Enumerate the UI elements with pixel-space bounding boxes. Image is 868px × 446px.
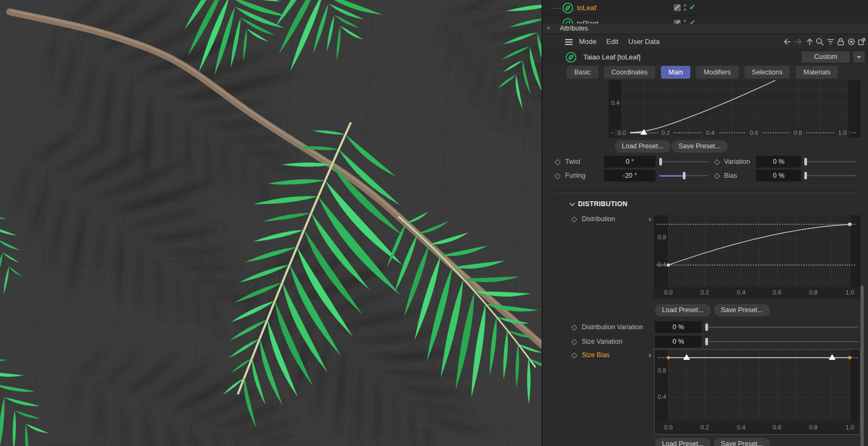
visibility-dots-icon[interactable] — [684, 20, 686, 24]
external-window-icon[interactable] — [857, 37, 866, 46]
tree-connector — [551, 8, 561, 9]
key-diamond-icon[interactable] — [554, 159, 560, 165]
attributes-titlebar: × Attributes — [543, 24, 868, 34]
param-row: Furling -20 ° Bias 0 % — [543, 170, 868, 182]
size-bias-curve-editor[interactable]: 0.8 0.4 0.0 0.2 0.4 0.6 0.8 1.0 — [654, 349, 861, 435]
param-label: Size Bias — [582, 349, 610, 361]
menu-edit[interactable]: Edit — [606, 37, 618, 46]
up-arrow-icon[interactable] — [805, 37, 814, 46]
enabled-checkmark-icon[interactable]: ✓ — [689, 18, 696, 24]
distribution-variation-slider[interactable] — [704, 321, 858, 333]
distribution-section-header[interactable]: DISTRIBUTION — [543, 199, 868, 210]
distribution-curve-editor[interactable]: 0.8 0.4 0.0 0.2 0.4 0.6 0.8 1.0 — [654, 215, 861, 299]
object-name[interactable]: toLeaf — [577, 4, 596, 12]
falloff-curve-editor[interactable]: 0.4 0.0 0.2 0.4 0.6 0.8 1.0 — [608, 80, 861, 138]
variation-value-field[interactable]: 0 % — [756, 156, 801, 168]
save-preset-button[interactable]: Save Preset... — [714, 304, 770, 316]
curve-point[interactable] — [848, 356, 851, 359]
menu-mode[interactable]: Mode — [579, 37, 597, 46]
lock-icon[interactable] — [836, 37, 845, 46]
tab-selections[interactable]: Selections — [744, 66, 790, 79]
palm-scene — [0, 0, 543, 446]
param-label: Distribution — [582, 213, 615, 225]
x-tick: 0.4 — [733, 424, 749, 430]
param-label: Twist — [565, 156, 580, 168]
curve-point[interactable] — [667, 263, 670, 267]
section-divider — [553, 191, 857, 193]
attribute-tabs: Basic Coordinates Main Modifiers Selecti… — [567, 66, 838, 79]
x-tick: 1.0 — [842, 424, 858, 430]
furling-value-field[interactable]: -20 ° — [604, 170, 656, 182]
distribution-variation-value-field[interactable]: 0 % — [655, 321, 702, 333]
y-tick: 0.4 — [654, 394, 666, 400]
panel-scrollbar[interactable] — [861, 285, 864, 446]
search-icon[interactable] — [816, 37, 824, 46]
tab-basic[interactable]: Basic — [567, 66, 598, 79]
variation-slider[interactable] — [804, 156, 856, 168]
key-diamond-icon[interactable] — [571, 216, 577, 222]
bias-slider[interactable] — [804, 170, 856, 182]
param-row: Twist 0 ° Variation 0 % — [543, 156, 868, 168]
size-variation-value-field[interactable]: 0 % — [655, 336, 702, 347]
save-preset-button[interactable]: Save Preset... — [672, 140, 728, 153]
tab-coordinates[interactable]: Coordinates — [604, 66, 655, 79]
load-preset-button[interactable]: Load Preset... — [655, 304, 711, 316]
object-manager: toLeaf ✓ toPlant ✓ — [543, 0, 868, 24]
object-row-toleaf[interactable]: toLeaf ✓ — [543, 1, 868, 16]
curve-point[interactable] — [667, 356, 670, 359]
object-name[interactable]: toPlant — [577, 19, 598, 24]
x-tick: 0.8 — [805, 289, 821, 296]
viewport-3d[interactable] — [0, 0, 543, 446]
back-arrow-icon[interactable] — [783, 37, 791, 46]
target-icon[interactable] — [847, 37, 856, 46]
furling-slider[interactable] — [659, 170, 709, 182]
key-diamond-icon[interactable] — [554, 173, 560, 179]
key-diamond-icon[interactable] — [571, 352, 577, 358]
load-preset-button[interactable]: Load Preset... — [615, 140, 671, 153]
x-tick: 0.6 — [746, 130, 762, 136]
enabled-checkmark-icon[interactable]: ✓ — [689, 3, 696, 11]
twist-slider[interactable] — [659, 156, 709, 168]
preset-dropdown[interactable]: Custom — [802, 51, 850, 63]
x-tick: 0.6 — [769, 424, 785, 430]
x-tick: 1.0 — [842, 289, 858, 296]
layer-toggle-icon[interactable] — [674, 20, 681, 24]
twist-value-field[interactable]: 0 ° — [604, 156, 656, 168]
close-icon[interactable]: × — [546, 24, 551, 32]
x-tick: 0.4 — [702, 130, 718, 136]
filter-icon[interactable] — [826, 37, 835, 46]
app-root: { "object_manager": { "rows": [ { "label… — [0, 0, 868, 446]
y-tick: 0.4 — [654, 261, 666, 268]
key-diamond-icon[interactable] — [714, 159, 720, 165]
menu-user-data[interactable]: User Data — [628, 37, 660, 46]
leaf-object-icon — [562, 2, 574, 14]
curve-tangent-handle[interactable] — [829, 354, 836, 360]
expand-arrow-icon[interactable]: › — [649, 351, 651, 359]
preset-dropdown-arrow[interactable] — [853, 51, 865, 63]
visibility-dots-icon[interactable] — [684, 4, 686, 12]
object-title: Taiao Leaf [toLeaf] — [583, 53, 641, 61]
layer-toggle-icon[interactable] — [674, 4, 681, 11]
key-diamond-icon[interactable] — [571, 324, 577, 330]
size-variation-slider[interactable] — [704, 336, 858, 347]
forward-arrow-icon[interactable] — [794, 37, 803, 46]
bias-value-field[interactable]: 0 % — [756, 170, 801, 182]
param-row: Distribution Variation 0 % — [543, 321, 868, 333]
key-diamond-icon[interactable] — [571, 339, 577, 345]
key-diamond-icon[interactable] — [714, 173, 720, 179]
curve-point[interactable] — [848, 223, 851, 226]
tab-main[interactable]: Main — [661, 66, 690, 79]
load-preset-button[interactable]: Load Preset... — [655, 438, 711, 446]
save-preset-button[interactable]: Save Preset... — [714, 438, 770, 446]
param-label: Bias — [724, 170, 737, 182]
hamburger-menu-icon[interactable] — [565, 39, 573, 47]
tab-modifiers[interactable]: Modifiers — [696, 66, 738, 79]
falloff-curve[interactable] — [622, 80, 775, 133]
curve-tangent-handle[interactable] — [683, 354, 690, 360]
attributes-menubar: Mode Edit User Data — [543, 34, 868, 50]
x-tick: 0.2 — [658, 130, 674, 136]
expand-arrow-icon[interactable]: › — [649, 215, 651, 223]
param-label: Furling — [565, 170, 585, 182]
tab-materials[interactable]: Materials — [796, 66, 838, 79]
object-row-toplant[interactable]: toPlant ✓ — [543, 16, 868, 24]
